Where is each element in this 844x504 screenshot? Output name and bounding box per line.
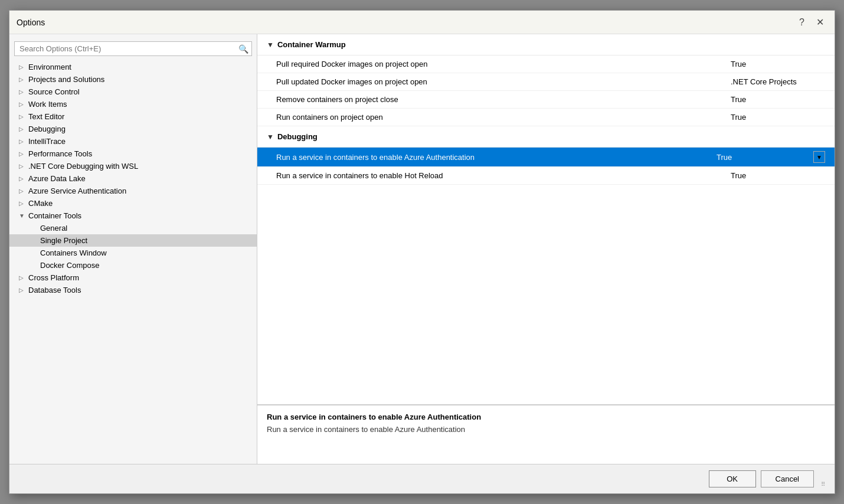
tree-item-label: Containers Window (40, 248, 107, 257)
tree-item-environment[interactable]: ▷Environment (9, 61, 257, 73)
row-label: Run containers on project open (276, 113, 731, 122)
arrow-icon: ▷ (19, 126, 26, 132)
tree-item-label: Source Control (28, 87, 80, 96)
main-content: 🔍 ▷Environment▷Projects and Solutions▷So… (9, 34, 835, 464)
description-title: Run a service in containers to enable Az… (267, 413, 825, 421)
tree-item-label: Azure Data Lake (28, 174, 86, 183)
tree-item-containers-window[interactable]: Containers Window (9, 247, 257, 259)
left-panel: 🔍 ▷Environment▷Projects and Solutions▷So… (9, 34, 257, 464)
title-bar: Options ? ✕ (9, 11, 835, 34)
right-panel: ▼Container WarmupPull required Docker im… (257, 34, 835, 464)
options-dialog: Options ? ✕ 🔍 ▷Environment▷Projects and … (9, 10, 835, 494)
tree-item-label: Performance Tools (28, 149, 92, 158)
tree-item-database-tools[interactable]: ▷Database Tools (9, 284, 257, 296)
arrow-icon: ▷ (19, 274, 26, 281)
row-value: True (731, 60, 825, 68)
arrow-icon: ▷ (19, 287, 26, 293)
tree-item-label: CMake (28, 199, 53, 208)
tree-item-docker-compose[interactable]: Docker Compose (9, 259, 257, 271)
tree-item-label: Work Items (28, 100, 67, 109)
row-value: True (731, 95, 825, 104)
section-collapse-icon: ▼ (267, 133, 274, 141)
tree-item-label: Database Tools (28, 286, 81, 294)
tree-item-label: Docker Compose (40, 261, 99, 270)
row-label: Remove containers on project close (276, 95, 731, 104)
settings-row-hot-reload[interactable]: Run a service in containers to enable Ho… (257, 167, 835, 185)
row-value: .NET Core Projects (731, 77, 825, 86)
ok-button[interactable]: OK (709, 470, 756, 487)
tree-item-container-tools[interactable]: ▼Container Tools (9, 210, 257, 222)
title-bar-controls: ? ✕ (796, 17, 827, 28)
settings-row-remove-containers[interactable]: Remove containers on project closeTrue (257, 91, 835, 109)
settings-row-pull-required[interactable]: Pull required Docker images on project o… (257, 55, 835, 73)
footer: OK Cancel ⠿ (9, 464, 835, 493)
section-header-container-warmup[interactable]: ▼Container Warmup (257, 34, 835, 55)
dialog-body: 🔍 ▷Environment▷Projects and Solutions▷So… (9, 34, 835, 464)
row-value: True (717, 153, 811, 162)
tree-item-single-project[interactable]: Single Project (9, 234, 257, 247)
close-button[interactable]: ✕ (813, 17, 827, 28)
tree-item-azure-service-auth[interactable]: ▷Azure Service Authentication (9, 185, 257, 197)
tree-item-label: .NET Core Debugging with WSL (28, 162, 138, 171)
arrow-icon: ▷ (19, 188, 26, 194)
row-label: Pull updated Docker images on project op… (276, 77, 731, 86)
settings-row-run-containers[interactable]: Run containers on project openTrue (257, 109, 835, 126)
tree-item-label: General (40, 224, 67, 233)
tree-item-net-core-debugging[interactable]: ▷.NET Core Debugging with WSL (9, 160, 257, 172)
description-text: Run a service in containers to enable Az… (267, 425, 825, 434)
settings-row-pull-updated[interactable]: Pull updated Docker images on project op… (257, 73, 835, 91)
description-panel: Run a service in containers to enable Az… (257, 405, 835, 464)
tree-item-label: Text Editor (28, 112, 64, 121)
tree-item-cmake[interactable]: ▷CMake (9, 197, 257, 210)
arrow-icon: ▷ (19, 150, 26, 157)
row-label: Pull required Docker images on project o… (276, 60, 731, 68)
search-box: 🔍 (14, 41, 252, 56)
cancel-button[interactable]: Cancel (761, 470, 814, 487)
settings-row-azure-auth[interactable]: Run a service in containers to enable Az… (257, 148, 835, 167)
section-header-debugging[interactable]: ▼Debugging (257, 126, 835, 148)
tree-item-label: Cross Platform (28, 273, 79, 282)
row-value: True (731, 171, 825, 180)
section-collapse-icon: ▼ (267, 41, 274, 49)
arrow-icon: ▷ (19, 113, 26, 120)
row-value: True (731, 113, 825, 122)
arrow-icon: ▷ (19, 138, 26, 145)
row-label: Run a service in containers to enable Az… (276, 153, 717, 162)
tree-item-intellitrace[interactable]: ▷IntelliTrace (9, 135, 257, 148)
tree-list: ▷Environment▷Projects and Solutions▷Sour… (9, 61, 257, 459)
tree-item-label: Projects and Solutions (28, 75, 104, 84)
arrow-icon: ▷ (19, 76, 26, 83)
section-title: Debugging (277, 132, 318, 141)
tree-item-debugging[interactable]: ▷Debugging (9, 123, 257, 135)
tree-item-label: Single Project (40, 236, 87, 245)
tree-item-performance-tools[interactable]: ▷Performance Tools (9, 148, 257, 160)
resize-grip: ⠿ (821, 481, 825, 487)
arrow-icon: ▷ (19, 175, 26, 182)
arrow-icon: ▼ (19, 212, 26, 219)
search-icon: 🔍 (238, 44, 248, 54)
row-label: Run a service in containers to enable Ho… (276, 171, 731, 180)
section-title: Container Warmup (277, 40, 346, 49)
tree-item-label: Environment (28, 63, 71, 71)
tree-item-projects-solutions[interactable]: ▷Projects and Solutions (9, 73, 257, 86)
tree-item-work-items[interactable]: ▷Work Items (9, 98, 257, 110)
tree-item-azure-data-lake[interactable]: ▷Azure Data Lake (9, 172, 257, 185)
tree-item-general[interactable]: General (9, 222, 257, 234)
arrow-icon: ▷ (19, 64, 26, 70)
tree-item-source-control[interactable]: ▷Source Control (9, 86, 257, 98)
tree-item-label: Debugging (28, 125, 66, 133)
search-input[interactable] (14, 41, 252, 56)
settings-area: ▼Container WarmupPull required Docker im… (257, 34, 835, 405)
tree-item-label: Azure Service Authentication (28, 186, 126, 195)
tree-item-cross-platform[interactable]: ▷Cross Platform (9, 271, 257, 284)
arrow-icon: ▷ (19, 163, 26, 169)
tree-item-text-editor[interactable]: ▷Text Editor (9, 110, 257, 123)
arrow-icon: ▷ (19, 200, 26, 207)
arrow-icon: ▷ (19, 89, 26, 95)
tree-item-label: IntelliTrace (28, 137, 66, 146)
help-button[interactable]: ? (796, 17, 808, 28)
arrow-icon: ▷ (19, 101, 26, 107)
tree-item-label: Container Tools (28, 211, 81, 220)
dropdown-button[interactable]: ▼ (813, 151, 825, 163)
dialog-title: Options (17, 18, 45, 27)
